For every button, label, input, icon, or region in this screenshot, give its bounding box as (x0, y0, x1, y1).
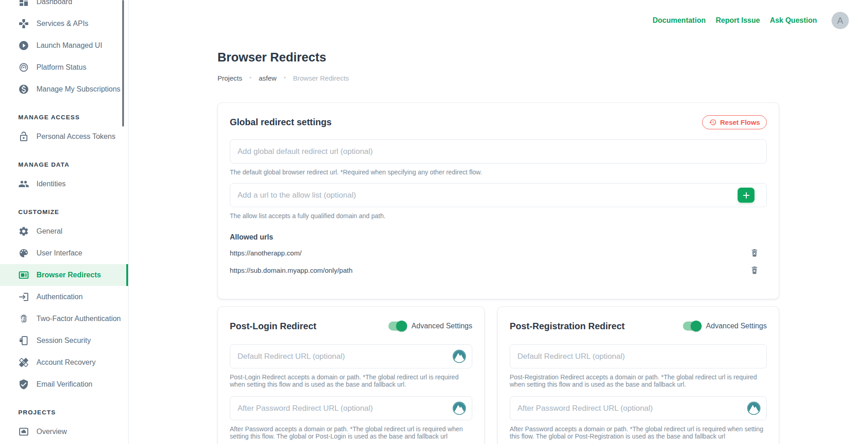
sidebar-item-account-recovery[interactable]: Account Recovery (0, 352, 128, 373)
add-url-button[interactable] (738, 188, 754, 203)
allowed-urls-title: Allowed urls (230, 233, 767, 241)
sidebar-item-label: General (36, 227, 62, 235)
healing-icon (18, 357, 29, 368)
sidebar-item-label: User Interface (36, 249, 82, 257)
sidebar-item-label: Authentication (36, 293, 83, 301)
sidebar-item-platform-status[interactable]: Platform Status (0, 56, 128, 78)
global-default-help: The default global browser redirect url.… (230, 168, 767, 176)
sidebar-section-customize: CUSTOMIZE (0, 203, 128, 220)
sidebar-section-projects: PROJECTS (0, 403, 128, 421)
breadcrumb-current: Browser Redirects (293, 74, 349, 82)
allowed-url: https://anotherapp.com/ (230, 249, 302, 257)
trash-x-icon (750, 269, 759, 276)
sidebar-item-overview[interactable]: Overview (0, 421, 128, 443)
sidebar-item-authentication[interactable]: Authentication (0, 286, 128, 308)
post-login-default-help: Post-Login Redirect accepts a domain or … (230, 373, 472, 388)
mountain-circle-icon (452, 349, 466, 363)
sidebar: Dashboard Services & APIs Launch Managed… (0, 0, 129, 444)
advanced-settings-label: Advanced Settings (412, 322, 472, 330)
post-registration-default-help: Post-Registration Redirect accepts a dom… (510, 373, 767, 388)
sidebar-item-general[interactable]: General (0, 220, 128, 242)
sidebar-item-two-factor[interactable]: Two-Factor Authentication (0, 308, 128, 330)
sidebar-item-label: Manage My Subscriptions (36, 85, 120, 93)
sidebar-item-label: Two-Factor Authentication (36, 315, 121, 323)
sidebar-item-launch-managed-ui[interactable]: Launch Managed UI (0, 35, 128, 56)
shield-check-icon (18, 379, 29, 390)
breadcrumb-project-name[interactable]: asfew (258, 74, 276, 82)
sidebar-item-label: Session Security (36, 337, 91, 345)
allowed-urls-list: https://anotherapp.com/ https://sub.doma… (230, 247, 767, 276)
breadcrumb-separator: • (249, 75, 251, 81)
topbar: Documentation Report Issue Ask Question … (652, 12, 849, 29)
advanced-settings-label: Advanced Settings (706, 322, 767, 330)
advanced-settings-toggle[interactable] (388, 322, 406, 331)
reset-flows-button[interactable]: Reset Flows (702, 115, 767, 129)
post-registration-default-url-input[interactable] (510, 344, 767, 368)
lock-open-icon (18, 131, 29, 142)
avatar[interactable]: A (832, 12, 849, 29)
sidebar-item-label: Services & APIs (36, 20, 88, 28)
sidebar-scrollbar-thumb[interactable] (122, 0, 124, 127)
allow-list-url-input[interactable] (230, 183, 767, 207)
sidebar-section-manage-data: MANAGE DATA (0, 156, 128, 173)
sidebar-item-label: Account Recovery (36, 358, 96, 367)
global-card-title: Global redirect settings (230, 117, 331, 128)
sidebar-section-manage-access: MANAGE ACCESS (0, 108, 128, 126)
sidebar-item-label: Platform Status (36, 63, 86, 71)
sidebar-item-dashboard[interactable]: Dashboard (0, 0, 128, 13)
platform-status-icon (18, 62, 29, 73)
browser-window-icon (18, 270, 29, 281)
reset-flows-label: Reset Flows (720, 118, 760, 126)
sidebar-item-personal-access-tokens[interactable]: Personal Access Tokens (0, 126, 128, 148)
mountain-circle-icon (452, 401, 466, 415)
sidebar-item-label: Launch Managed UI (36, 41, 102, 50)
post-login-title: Post-Login Redirect (230, 321, 316, 332)
history-icon (709, 118, 717, 126)
post-login-redirect-card: Post-Login Redirect Advanced Settings Po… (217, 306, 485, 444)
allowed-url: https://sub.domain.myapp.com/only/path (230, 266, 352, 274)
advanced-settings-group: Advanced Settings (683, 322, 767, 331)
post-login-default-url-input[interactable] (230, 344, 472, 368)
mountain-circle-icon (747, 401, 761, 415)
allow-list-help: The allow list accepts a fully qualified… (230, 212, 767, 219)
allowed-url-row: https://anotherapp.com/ (230, 247, 767, 259)
dashboard-icon (18, 0, 29, 7)
breadcrumb: Projects • asfew • Browser Redirects (217, 73, 779, 82)
documentation-link[interactable]: Documentation (652, 16, 705, 25)
breadcrumb-projects[interactable]: Projects (217, 74, 242, 82)
post-login-after-help: After Password accepts a domain or path.… (230, 425, 472, 440)
palette-icon (18, 248, 29, 259)
sidebar-item-identities[interactable]: Identities (0, 173, 128, 195)
post-registration-after-help: After Password accepts a domain or path.… (510, 425, 767, 440)
phone-lock-icon (18, 335, 29, 346)
sidebar-item-manage-my-subscriptions[interactable]: Manage My Subscriptions (0, 78, 128, 100)
dollar-circle-icon (18, 84, 29, 95)
fingerprint-icon (18, 313, 29, 324)
sidebar-item-session-security[interactable]: Session Security (0, 330, 128, 352)
allowed-url-row: https://sub.domain.myapp.com/only/path (230, 264, 767, 276)
sidebar-item-services-apis[interactable]: Services & APIs (0, 13, 128, 35)
post-login-after-password-input[interactable] (230, 396, 472, 420)
cloud-box-icon (18, 426, 29, 437)
page-title: Browser Redirects (217, 50, 779, 65)
services-apis-icon (18, 18, 29, 29)
delete-url-button[interactable] (749, 265, 760, 276)
sidebar-item-user-interface[interactable]: User Interface (0, 242, 128, 264)
post-registration-title: Post-Registration Redirect (510, 321, 625, 332)
sidebar-nav: Dashboard Services & APIs Launch Managed… (0, 0, 128, 443)
global-default-redirect-input[interactable] (230, 139, 767, 163)
plus-icon (743, 192, 750, 199)
post-registration-redirect-card: Post-Registration Redirect Advanced Sett… (497, 306, 779, 444)
report-issue-link[interactable]: Report Issue (716, 16, 760, 25)
sidebar-item-browser-redirects[interactable]: Browser Redirects (0, 264, 128, 286)
sidebar-item-label: Browser Redirects (36, 271, 101, 279)
delete-url-button[interactable] (749, 247, 760, 258)
login-icon (18, 291, 29, 302)
advanced-settings-toggle[interactable] (683, 322, 700, 331)
ask-question-link[interactable]: Ask Question (770, 16, 817, 25)
gear-icon (18, 226, 29, 237)
breadcrumb-separator: • (284, 75, 286, 81)
post-registration-after-password-input[interactable] (510, 396, 767, 420)
sidebar-item-label: Dashboard (36, 0, 72, 6)
sidebar-item-email-verification[interactable]: Email Verification (0, 373, 128, 395)
